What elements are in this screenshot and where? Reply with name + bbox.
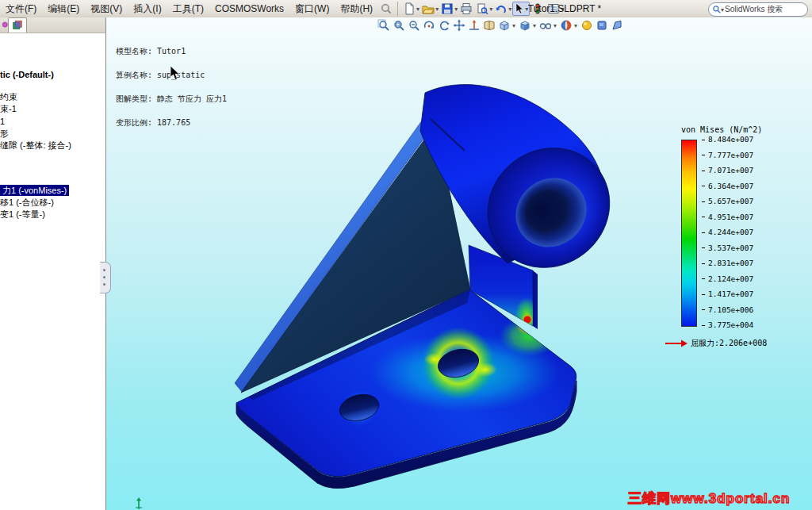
print-dropdown-icon[interactable]: ▾ <box>489 6 492 13</box>
open-dropdown-icon[interactable]: ▾ <box>435 6 439 13</box>
legend-values: 8.484e+007 7.777e+007 7.071e+007 6.364e+… <box>702 136 778 329</box>
undo-dropdown-icon[interactable]: ▾ <box>508 6 511 13</box>
print-icon[interactable] <box>459 2 473 16</box>
search-label: SolidWorks 搜索 <box>725 4 783 15</box>
panel-splitter-handle[interactable] <box>100 262 111 293</box>
search-box[interactable]: ▾ SolidWorks 搜索 <box>708 2 808 17</box>
legend-colorbar <box>681 140 697 327</box>
menu-help[interactable]: 帮助(H) <box>335 0 378 17</box>
graphics-viewport[interactable]: ▾ ▾ ▾ ▾ 模型名称: Tutor1 算例名称: sup_static 图解… <box>106 17 812 510</box>
tree-item-strain-plot[interactable]: 变1 (-等量-) <box>0 209 45 220</box>
print-preview-icon[interactable] <box>475 2 489 16</box>
featuremanager-tab-icon[interactable] <box>0 17 8 32</box>
origin-triad-icon <box>133 497 144 510</box>
tree-item-mesh[interactable]: 形 <box>0 128 9 139</box>
yield-strength-row: 屈服力:2.206e+008 <box>665 338 812 349</box>
tree-item-load1[interactable]: 1 <box>0 116 5 127</box>
window-title: Tutor1.SLDPRT * <box>528 0 601 17</box>
new-icon[interactable] <box>402 2 416 16</box>
save-icon[interactable] <box>440 2 454 16</box>
mouse-cursor-icon <box>170 66 181 82</box>
undo-icon[interactable] <box>494 2 508 16</box>
menu-insert[interactable]: 插入(I) <box>128 0 167 17</box>
menu-file[interactable]: 文件(F) <box>0 0 42 17</box>
cosmosworks-tab-icon[interactable] <box>8 17 27 33</box>
menubar: 文件(F) 编辑(E) 视图(V) 插入(I) 工具(T) COSMOSWork… <box>0 0 812 18</box>
tree-item-displacement-plot[interactable]: 移1 (-合位移-) <box>0 197 54 208</box>
menu-window[interactable]: 窗口(W) <box>289 0 335 17</box>
panel-tabstrip <box>0 17 105 33</box>
menu-cosmosworks[interactable]: COSMOSWorks <box>209 0 289 17</box>
tree-item-stress-plot[interactable]: 力1 (-vonMises-) <box>0 185 69 196</box>
open-icon[interactable] <box>421 2 435 16</box>
watermark-text: 三维网www.3dportal.cn <box>628 489 790 508</box>
yield-arrow-icon <box>665 339 688 347</box>
menu-view[interactable]: 视图(V) <box>85 0 128 17</box>
yield-strength-label: 屈服力:2.206e+008 <box>691 338 767 349</box>
menu-edit[interactable]: 编辑(E) <box>42 0 85 17</box>
stress-legend: von Mises (N/m^2) 8.484e+007 7.777e+007 … <box>665 125 812 349</box>
legend-title: von Mises (N/m^2) <box>681 125 812 134</box>
save-dropdown-icon[interactable]: ▾ <box>454 6 458 13</box>
select-cursor-icon <box>513 2 526 15</box>
new-dropdown-icon[interactable]: ▾ <box>416 6 419 13</box>
tree-item-restraint1[interactable]: 束-1 <box>0 103 17 114</box>
tree-item-restraints[interactable]: 约束 <box>0 91 17 102</box>
search-dropdown-icon[interactable]: ▾ <box>721 6 724 13</box>
tree-item-contact[interactable]: 缝隙 (-整体: 接合-) <box>0 140 71 151</box>
toolbar-separator <box>397 2 398 16</box>
feature-tree-panel: tic (-Default-) 约束 束-1 1 形 缝隙 (-整体: 接合-)… <box>0 17 106 510</box>
tree-item-study[interactable]: tic (-Default-) <box>0 69 54 80</box>
menu-tools[interactable]: 工具(T) <box>167 0 209 17</box>
resources-icon[interactable] <box>379 2 393 16</box>
